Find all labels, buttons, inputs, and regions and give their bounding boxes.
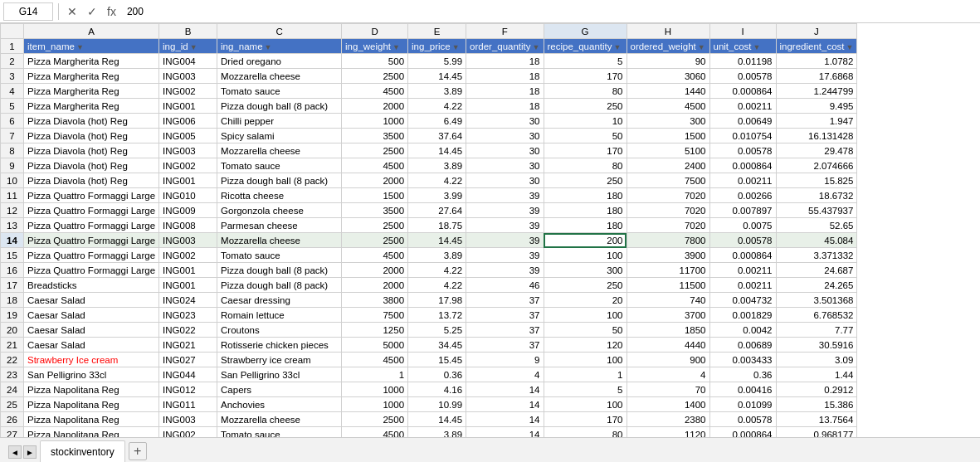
cell-J14[interactable]: 45.084 — [776, 233, 857, 248]
cell-F23[interactable]: 4 — [466, 367, 544, 382]
scroll-right-button[interactable]: ► — [23, 445, 37, 459]
cell-H3[interactable]: 3060 — [627, 69, 709, 84]
cell-C7[interactable]: Spicy salami — [217, 129, 342, 143]
cell-B9[interactable]: ING002 — [159, 158, 217, 173]
cell-F27[interactable]: 14 — [466, 427, 544, 438]
cell-G12[interactable]: 180 — [544, 203, 627, 218]
cell-J12[interactable]: 55.437937 — [776, 203, 857, 218]
header-ing-id[interactable]: ing_id▼ — [159, 39, 217, 54]
cell-F3[interactable]: 18 — [466, 69, 544, 84]
cell-J6[interactable]: 1.947 — [776, 114, 857, 129]
cell-E13[interactable]: 18.75 — [408, 218, 466, 233]
cell-B13[interactable]: ING008 — [159, 218, 217, 233]
cell-D9[interactable]: 4500 — [342, 158, 408, 173]
cell-E26[interactable]: 14.45 — [408, 412, 466, 427]
cell-D7[interactable]: 3500 — [342, 129, 408, 143]
cell-F25[interactable]: 14 — [466, 397, 544, 412]
cell-D3[interactable]: 2500 — [342, 69, 408, 84]
cell-I8[interactable]: 0.00578 — [709, 143, 776, 158]
cell-C22[interactable]: Strawberry ice cream — [217, 353, 342, 367]
cell-J15[interactable]: 3.371332 — [776, 248, 857, 263]
cell-B2[interactable]: ING004 — [159, 54, 217, 69]
header-recipe-qty[interactable]: recipe_quantity▼ — [544, 39, 627, 54]
cell-I3[interactable]: 0.00578 — [709, 69, 776, 84]
scroll-left-button[interactable]: ◄ — [8, 445, 22, 459]
cell-F19[interactable]: 37 — [466, 308, 544, 323]
cell-G16[interactable]: 300 — [544, 263, 627, 278]
col-header-E[interactable]: E — [408, 24, 466, 39]
cell-A12[interactable]: Pizza Quattro Formaggi Large — [24, 203, 159, 218]
cell-A9[interactable]: Pizza Diavola (hot) Reg — [24, 158, 159, 173]
cell-H7[interactable]: 1500 — [627, 129, 709, 143]
cell-C23[interactable]: San Pelligrino 33cl — [217, 367, 342, 382]
cell-E11[interactable]: 3.99 — [408, 188, 466, 203]
cell-C27[interactable]: Tomato sauce — [217, 427, 342, 438]
cell-H5[interactable]: 4500 — [627, 99, 709, 114]
cell-B26[interactable]: ING003 — [159, 412, 217, 427]
cell-E3[interactable]: 14.45 — [408, 69, 466, 84]
cell-G4[interactable]: 80 — [544, 84, 627, 99]
cell-D16[interactable]: 2000 — [342, 263, 408, 278]
header-unit-cost[interactable]: unit_cost▼ — [709, 39, 776, 54]
header-item-name[interactable]: item_name▼ — [24, 39, 159, 54]
cell-E14[interactable]: 14.45 — [408, 233, 466, 248]
cell-H11[interactable]: 7020 — [627, 188, 709, 203]
cell-C13[interactable]: Parmesan cheese — [217, 218, 342, 233]
cell-H25[interactable]: 1400 — [627, 397, 709, 412]
cell-F22[interactable]: 9 — [466, 353, 544, 367]
cell-H4[interactable]: 1440 — [627, 84, 709, 99]
cell-C15[interactable]: Tomato sauce — [217, 248, 342, 263]
cell-G24[interactable]: 5 — [544, 382, 627, 397]
cell-B11[interactable]: ING010 — [159, 188, 217, 203]
cell-I13[interactable]: 0.0075 — [709, 218, 776, 233]
cell-D6[interactable]: 1000 — [342, 114, 408, 129]
header-ingredient-cost[interactable]: ingredient_cost▼ — [776, 39, 857, 54]
cell-A20[interactable]: Caesar Salad — [24, 323, 159, 338]
cell-J2[interactable]: 1.0782 — [776, 54, 857, 69]
cell-E9[interactable]: 3.89 — [408, 158, 466, 173]
col-header-J[interactable]: J — [776, 24, 857, 39]
cell-B17[interactable]: ING001 — [159, 278, 217, 293]
cell-F12[interactable]: 39 — [466, 203, 544, 218]
cell-F5[interactable]: 18 — [466, 99, 544, 114]
cell-E10[interactable]: 4.22 — [408, 173, 466, 188]
cell-I16[interactable]: 0.00211 — [709, 263, 776, 278]
cell-C16[interactable]: Pizza dough ball (8 pack) — [217, 263, 342, 278]
col-header-I[interactable]: I — [709, 24, 776, 39]
cell-H17[interactable]: 11500 — [627, 278, 709, 293]
cell-J25[interactable]: 15.386 — [776, 397, 857, 412]
cell-C18[interactable]: Caesar dressing — [217, 293, 342, 308]
cell-J26[interactable]: 13.7564 — [776, 412, 857, 427]
cancel-icon[interactable]: ✕ — [64, 5, 80, 18]
cell-C2[interactable]: Dried oregano — [217, 54, 342, 69]
cell-D12[interactable]: 3500 — [342, 203, 408, 218]
cell-F16[interactable]: 39 — [466, 263, 544, 278]
sheet-table-wrap[interactable]: A B C D E F G H I J 1 item_name▼ — [0, 23, 980, 437]
cell-F26[interactable]: 14 — [466, 412, 544, 427]
cell-B25[interactable]: ING011 — [159, 397, 217, 412]
cell-E16[interactable]: 4.22 — [408, 263, 466, 278]
cell-J8[interactable]: 29.478 — [776, 143, 857, 158]
cell-A7[interactable]: Pizza Diavola (hot) Reg — [24, 129, 159, 143]
cell-E5[interactable]: 4.22 — [408, 99, 466, 114]
cell-F20[interactable]: 37 — [466, 323, 544, 338]
cell-H15[interactable]: 3900 — [627, 248, 709, 263]
cell-C9[interactable]: Tomato sauce — [217, 158, 342, 173]
cell-G26[interactable]: 170 — [544, 412, 627, 427]
col-header-F[interactable]: F — [466, 24, 544, 39]
cell-A8[interactable]: Pizza Diavola (hot) Reg — [24, 143, 159, 158]
cell-I27[interactable]: 0.000864 — [709, 427, 776, 438]
cell-B18[interactable]: ING024 — [159, 293, 217, 308]
cell-A17[interactable]: Breadsticks — [24, 278, 159, 293]
cell-F7[interactable]: 30 — [466, 129, 544, 143]
cell-J18[interactable]: 3.501368 — [776, 293, 857, 308]
cell-A27[interactable]: Pizza Napolitana Reg — [24, 427, 159, 438]
cell-J23[interactable]: 1.44 — [776, 367, 857, 382]
cell-B22[interactable]: ING027 — [159, 353, 217, 367]
cell-C5[interactable]: Pizza dough ball (8 pack) — [217, 99, 342, 114]
cell-F11[interactable]: 39 — [466, 188, 544, 203]
cell-C11[interactable]: Ricotta cheese — [217, 188, 342, 203]
cell-D17[interactable]: 2000 — [342, 278, 408, 293]
cell-A21[interactable]: Caesar Salad — [24, 338, 159, 353]
cell-G18[interactable]: 20 — [544, 293, 627, 308]
